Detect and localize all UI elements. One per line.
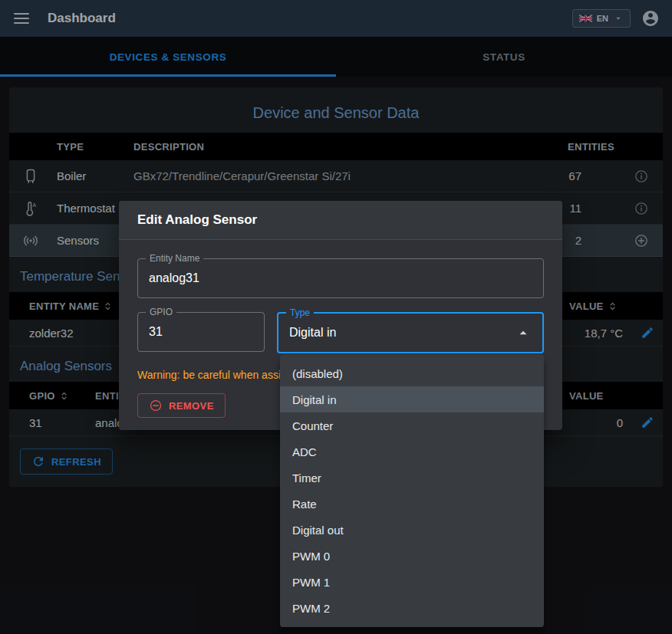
entity-name-field-wrapper: Entity Name [137, 258, 544, 298]
gpio-label: GPIO [146, 307, 176, 317]
screen: Dashboard EN DEVICES & SENSORS STATUS De… [0, 0, 672, 634]
remove-button[interactable]: REMOVE [137, 393, 226, 418]
dialog-title: Edit Analog Sensor [119, 201, 562, 240]
menu-item-pwm-1[interactable]: PWM 1 [280, 569, 544, 595]
type-select[interactable]: Type Digital in [277, 312, 544, 353]
menu-item-pwm-0[interactable]: PWM 0 [280, 543, 544, 569]
type-dropdown-menu: (disabled) Digital in Counter ADC Timer … [280, 354, 544, 627]
menu-item-pwm-2[interactable]: PWM 2 [280, 595, 544, 621]
menu-item-adc[interactable]: ADC [280, 439, 544, 465]
remove-label: REMOVE [169, 400, 214, 412]
type-label: Type [286, 308, 314, 317]
entity-name-input[interactable] [149, 271, 532, 285]
gpio-input[interactable] [149, 325, 253, 339]
type-selected-value: Digital in [289, 326, 336, 340]
menu-item-rate[interactable]: Rate [280, 491, 544, 517]
menu-item-digital-out[interactable]: Digital out [280, 517, 544, 543]
caret-up-icon [515, 324, 532, 341]
menu-item-counter[interactable]: Counter [280, 412, 544, 439]
entity-name-label: Entity Name [146, 254, 203, 263]
gpio-field-wrapper: GPIO [137, 312, 265, 352]
menu-item-timer[interactable]: Timer [280, 465, 544, 491]
menu-item-digital-in[interactable]: Digital in [280, 386, 544, 412]
menu-item-disabled[interactable]: (disabled) [280, 360, 544, 386]
remove-circle-icon [149, 399, 163, 412]
